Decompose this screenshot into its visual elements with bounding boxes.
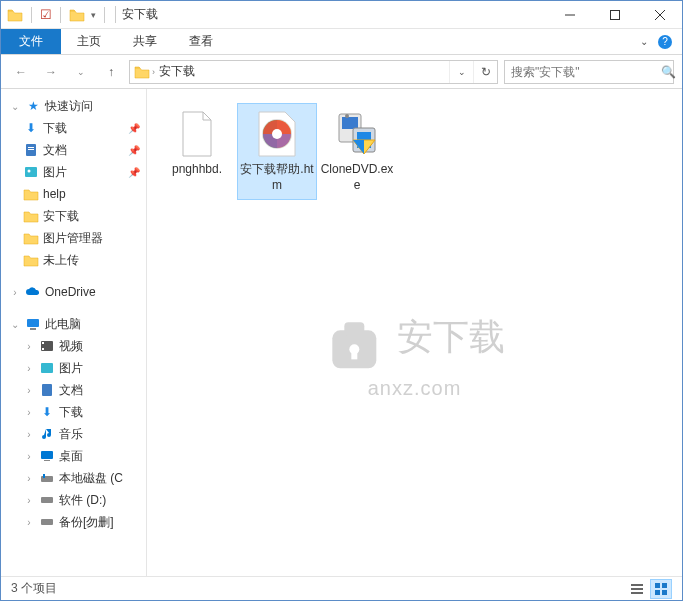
search-box[interactable]: 🔍 <box>504 60 674 84</box>
music-icon <box>39 426 55 442</box>
view-icons-button[interactable] <box>650 579 672 599</box>
svg-rect-9 <box>27 319 39 327</box>
drive-icon <box>39 514 55 530</box>
expand-icon[interactable]: › <box>23 429 35 440</box>
sidebar-item-pictures[interactable]: 图片 📌 <box>1 161 146 183</box>
sidebar-this-pc[interactable]: ⌄ 此电脑 <box>1 313 146 335</box>
svg-rect-32 <box>631 584 643 586</box>
video-icon <box>39 338 55 354</box>
sidebar-pc-backup[interactable]: › 备份[勿删] <box>1 511 146 533</box>
maximize-button[interactable] <box>592 1 637 29</box>
sidebar-onedrive[interactable]: › OneDrive <box>1 281 146 303</box>
minimize-button[interactable] <box>547 1 592 29</box>
sidebar-item-label: 音乐 <box>59 426 83 443</box>
nav-back-button[interactable]: ← <box>9 60 33 84</box>
sidebar-pc-music[interactable]: › 音乐 <box>1 423 146 445</box>
svg-rect-36 <box>662 583 667 588</box>
ribbon-tab-home[interactable]: 主页 <box>61 29 117 54</box>
file-item[interactable]: pnghhbd. <box>157 103 237 200</box>
file-view[interactable]: pnghhbd. 安下载帮助.htm <box>147 89 682 576</box>
expand-icon[interactable]: › <box>23 495 35 506</box>
expand-icon[interactable]: › <box>9 287 21 298</box>
ribbon-tabs: 文件 主页 共享 查看 ⌄ ? <box>1 29 682 55</box>
navigation-pane[interactable]: ⌄ ★ 快速访问 ⬇ 下载 📌 文档 📌 图片 📌 help 安下载 <box>1 89 147 576</box>
sidebar-item-label: 文档 <box>43 142 67 159</box>
sidebar-item-help[interactable]: help <box>1 183 146 205</box>
nav-recent-dropdown[interactable]: ⌄ <box>69 60 93 84</box>
sidebar-item-documents[interactable]: 文档 📌 <box>1 139 146 161</box>
computer-icon <box>25 316 41 332</box>
file-icon <box>173 110 221 158</box>
ribbon-tab-view[interactable]: 查看 <box>173 29 229 54</box>
watermark-icon <box>324 315 384 378</box>
svg-rect-25 <box>342 117 358 129</box>
ribbon-expand-icon[interactable]: ⌄ <box>640 36 648 47</box>
expand-icon[interactable]: › <box>23 363 35 374</box>
sidebar-item-label: 未上传 <box>43 252 79 269</box>
sidebar-pc-pictures[interactable]: › 图片 <box>1 357 146 379</box>
download-icon: ⬇ <box>23 120 39 136</box>
sidebar-pc-videos[interactable]: › 视频 <box>1 335 146 357</box>
expand-icon[interactable]: ⌄ <box>9 101 21 112</box>
folder-icon[interactable] <box>69 7 85 23</box>
watermark-subtext: anxz.com <box>324 378 505 401</box>
svg-rect-6 <box>28 149 34 150</box>
expand-icon[interactable]: › <box>23 517 35 528</box>
sidebar-quick-access[interactable]: ⌄ ★ 快速访问 <box>1 95 146 117</box>
search-input[interactable] <box>511 65 661 79</box>
pin-icon: 📌 <box>128 123 140 134</box>
folder-icon <box>23 186 39 202</box>
sidebar-pc-desktop[interactable]: › 桌面 <box>1 445 146 467</box>
watermark: 安下载 anxz.com <box>324 313 505 400</box>
folder-icon <box>7 7 23 23</box>
sidebar-item-anxz[interactable]: 安下载 <box>1 205 146 227</box>
file-label: pnghhbd. <box>172 162 222 178</box>
svg-point-30 <box>349 345 359 355</box>
folder-icon <box>134 64 150 80</box>
view-details-button[interactable] <box>626 579 648 599</box>
sidebar-pc-drive-d[interactable]: › 软件 (D:) <box>1 489 146 511</box>
help-icon[interactable]: ? <box>658 35 672 49</box>
refresh-button[interactable]: ↻ <box>473 61 497 83</box>
expand-icon[interactable]: › <box>23 341 35 352</box>
search-icon[interactable]: 🔍 <box>661 65 676 79</box>
expand-icon[interactable]: › <box>23 451 35 462</box>
file-item[interactable]: 安下载帮助.htm <box>237 103 317 200</box>
expand-icon[interactable]: › <box>23 473 35 484</box>
sidebar-item-label: help <box>43 187 66 201</box>
expand-icon[interactable]: › <box>23 407 35 418</box>
sidebar-item-label: 备份[勿删] <box>59 514 114 531</box>
properties-icon[interactable]: ☑ <box>40 7 52 22</box>
picture-icon <box>23 164 39 180</box>
ribbon-tab-share[interactable]: 共享 <box>117 29 173 54</box>
sidebar-pc-drive-c[interactable]: › 本地磁盘 (C <box>1 467 146 489</box>
watermark-text: 安下载 <box>397 316 505 357</box>
sidebar-item-downloads[interactable]: ⬇ 下载 📌 <box>1 117 146 139</box>
sidebar-pc-documents[interactable]: › 文档 <box>1 379 146 401</box>
chevron-right-icon[interactable]: › <box>152 67 155 77</box>
svg-rect-7 <box>25 167 37 177</box>
ribbon-file-tab[interactable]: 文件 <box>1 29 61 54</box>
separator <box>60 7 61 23</box>
close-button[interactable] <box>637 1 682 29</box>
nav-up-button[interactable]: ↑ <box>99 60 123 84</box>
expand-icon[interactable]: ⌄ <box>9 319 21 330</box>
pin-icon: 📌 <box>128 167 140 178</box>
status-item-count: 3 个项目 <box>11 580 57 597</box>
sidebar-pc-downloads[interactable]: › ⬇ 下载 <box>1 401 146 423</box>
address-bar: ← → ⌄ ↑ › 安下载 ⌄ ↻ 🔍 <box>1 55 682 89</box>
sidebar-item-label: OneDrive <box>45 285 96 299</box>
address-box[interactable]: › 安下载 ⌄ ↻ <box>129 60 498 84</box>
breadcrumb[interactable]: 安下载 <box>157 63 197 80</box>
sidebar-item-label: 安下载 <box>43 208 79 225</box>
qat-dropdown-icon[interactable]: ▾ <box>91 10 96 20</box>
sidebar-item-unuploaded[interactable]: 未上传 <box>1 249 146 271</box>
sidebar-item-label: 文档 <box>59 382 83 399</box>
nav-forward-button[interactable]: → <box>39 60 63 84</box>
svg-rect-29 <box>344 323 364 337</box>
sidebar-item-picmgr[interactable]: 图片管理器 <box>1 227 146 249</box>
file-item[interactable]: CloneDVD.exe <box>317 103 397 200</box>
address-dropdown-icon[interactable]: ⌄ <box>449 61 473 83</box>
expand-icon[interactable]: › <box>23 385 35 396</box>
drive-icon <box>39 492 55 508</box>
